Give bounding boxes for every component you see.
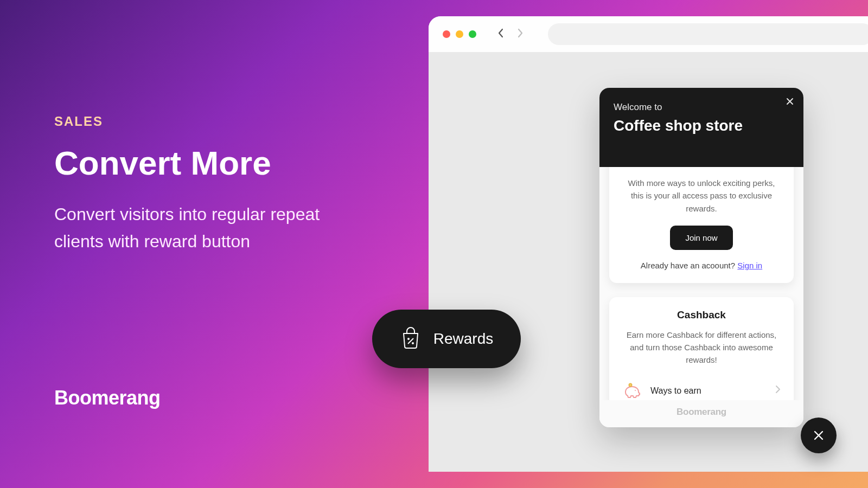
ways-to-earn-row[interactable]: Ways to earn [621, 377, 782, 400]
headline: Convert More [54, 145, 358, 181]
traffic-lights [443, 30, 476, 38]
widget-store-name: Coffee shop store [614, 117, 789, 134]
sign-in-link[interactable]: Sign in [737, 261, 762, 270]
member-card-text: With more ways to unlock exciting perks,… [621, 177, 782, 215]
subheadline: Convert visitors into regular repeat cli… [54, 201, 358, 255]
piggy-bank-icon [622, 382, 641, 400]
svg-point-1 [412, 342, 414, 344]
cashback-card-title: Cashback [621, 309, 782, 321]
brand-logo: Boomerang [54, 387, 161, 409]
widget-header: Welcome to Coffee shop store [599, 88, 803, 167]
rewards-widget: Welcome to Coffee shop store Become a me… [599, 88, 803, 427]
floating-close-button[interactable] [801, 418, 837, 453]
window-close-icon[interactable] [443, 30, 450, 38]
shopping-bag-percent-icon [400, 325, 422, 353]
ways-to-earn-label: Ways to earn [650, 386, 765, 396]
rewards-launcher-label: Rewards [433, 330, 493, 348]
url-bar[interactable] [548, 23, 868, 45]
nav-forward-button[interactable] [513, 28, 527, 41]
join-now-button[interactable]: Join now [670, 226, 732, 250]
cashback-card: Cashback Earn more Cashback for differen… [609, 297, 794, 400]
svg-point-3 [635, 390, 636, 391]
widget-footer-brand: Boomerang [599, 400, 803, 427]
widget-welcome-text: Welcome to [614, 102, 789, 113]
window-zoom-icon[interactable] [469, 30, 476, 38]
nav-back-button[interactable] [494, 28, 508, 41]
marketing-copy: SALES Convert More Convert visitors into… [54, 114, 358, 255]
rewards-launcher-button[interactable]: Rewards [372, 310, 521, 368]
svg-point-0 [407, 338, 410, 340]
already-account-text: Already have an acoount? Sign in [621, 261, 782, 270]
window-minimize-icon[interactable] [456, 30, 463, 38]
browser-toolbar [429, 16, 868, 52]
chevron-right-icon [775, 385, 781, 396]
widget-body: Become a member With more ways to unlock… [599, 145, 803, 400]
widget-close-button[interactable] [786, 97, 794, 108]
kicker-label: SALES [54, 114, 358, 129]
svg-point-4 [629, 383, 632, 386]
cashback-card-text: Earn more Cashback for different actions… [621, 329, 782, 367]
